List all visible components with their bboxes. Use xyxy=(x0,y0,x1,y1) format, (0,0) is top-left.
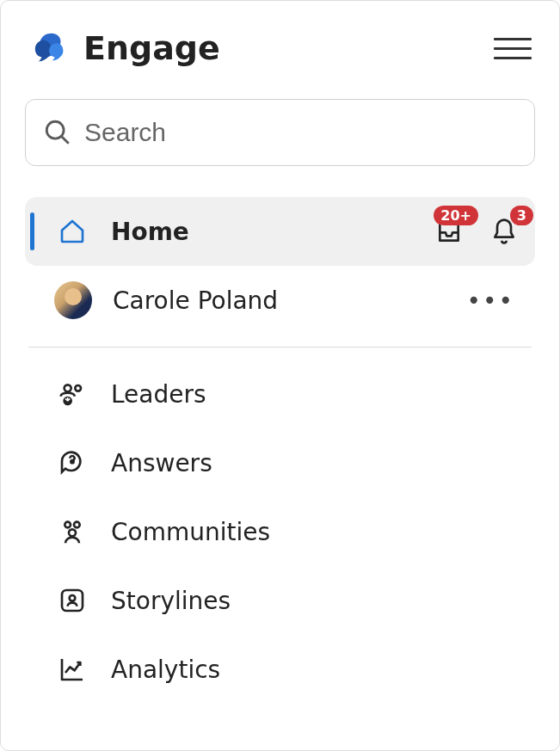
profile-row[interactable]: Carole Poland ••• xyxy=(25,266,535,335)
nav-item-home[interactable]: Home 20+ 3 xyxy=(25,197,535,266)
nav-label-storylines: Storylines xyxy=(111,587,521,615)
storylines-icon xyxy=(58,586,87,615)
profile-name: Carole Poland xyxy=(113,286,459,315)
nav-item-leaders[interactable]: Leaders xyxy=(25,360,535,428)
avatar xyxy=(54,281,92,319)
communities-icon xyxy=(58,517,87,546)
svg-point-2 xyxy=(65,385,71,391)
svg-point-7 xyxy=(74,522,80,528)
nav-label-home: Home xyxy=(111,218,432,246)
svg-point-0 xyxy=(46,121,64,139)
engage-logo-icon xyxy=(32,28,71,68)
nav-item-analytics[interactable]: Analytics xyxy=(25,635,535,704)
active-indicator xyxy=(30,212,34,250)
more-button[interactable]: ••• xyxy=(459,280,521,322)
nav-item-storylines[interactable]: Storylines xyxy=(25,566,535,635)
svg-point-6 xyxy=(65,522,71,528)
nav-item-answers[interactable]: Answers xyxy=(25,428,535,497)
svg-line-1 xyxy=(61,136,69,144)
nav-label-communities: Communities xyxy=(111,518,521,546)
nav: Home 20+ 3 xyxy=(25,197,535,704)
divider xyxy=(28,347,532,348)
app-header: Engage xyxy=(25,22,535,68)
home-icon xyxy=(58,217,87,246)
search-box[interactable] xyxy=(25,99,535,166)
notifications-badge: 3 xyxy=(510,206,533,225)
answers-icon xyxy=(58,448,87,477)
svg-point-10 xyxy=(70,595,76,601)
analytics-icon xyxy=(58,655,87,684)
inbox-badge: 20+ xyxy=(434,206,478,225)
leaders-icon xyxy=(58,379,87,409)
nav-item-communities[interactable]: Communities xyxy=(25,497,535,566)
brand: Engage xyxy=(32,28,220,68)
nav-label-analytics: Analytics xyxy=(111,656,521,684)
app-title: Engage xyxy=(83,29,220,67)
nav-label-answers: Answers xyxy=(111,449,521,477)
search-icon xyxy=(43,118,72,147)
inbox-button[interactable]: 20+ xyxy=(432,214,466,249)
svg-point-8 xyxy=(69,529,76,536)
hamburger-menu-icon[interactable] xyxy=(494,33,532,64)
svg-point-3 xyxy=(75,385,81,391)
notifications-button[interactable]: 3 xyxy=(487,214,521,249)
search-input[interactable] xyxy=(84,118,517,147)
nav-label-leaders: Leaders xyxy=(111,380,521,409)
